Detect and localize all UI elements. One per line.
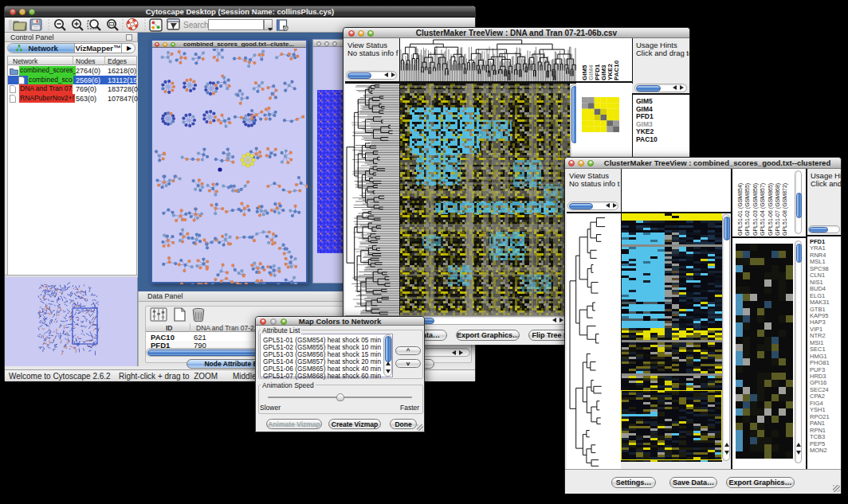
svg-text:GPL51-04 (GSM857): GPL51-04 (GSM857): [760, 183, 766, 236]
svg-text:GPL51-06 (GSM865): GPL51-06 (GSM865): [768, 183, 774, 236]
svg-text:PAC10: PAC10: [613, 60, 620, 80]
svg-text:GPL51-03 (GSM856): GPL51-03 (GSM856): [752, 183, 759, 236]
svg-text:GPL51-02 (GSM855): GPL51-02 (GSM855): [744, 183, 751, 236]
svg-text:GPL51-07 (GSM868): GPL51-07 (GSM868): [775, 183, 781, 236]
svg-text:GPL51-08 (GSM872): GPL51-08 (GSM872): [782, 183, 788, 236]
svg-text:GPL51-01 (GSM854): GPL51-01 (GSM854): [737, 183, 744, 236]
